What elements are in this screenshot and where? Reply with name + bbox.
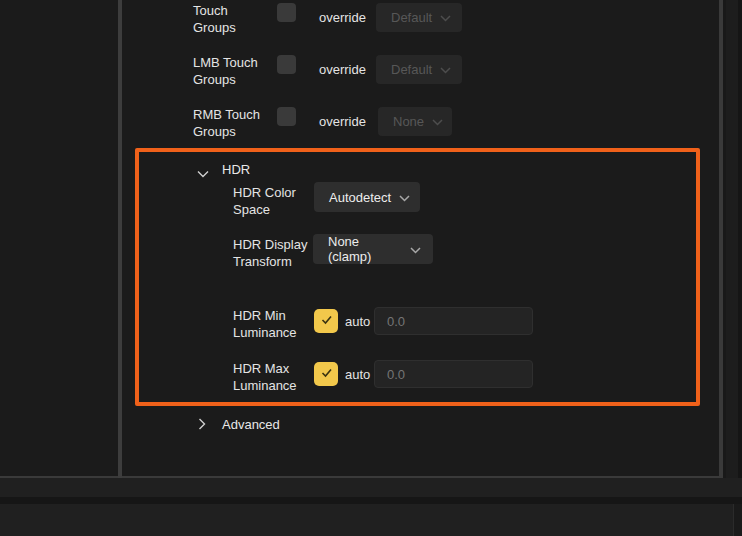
- lower-band-divider: [0, 497, 742, 504]
- touch-groups-dropdown-value: Default: [391, 10, 432, 25]
- override-label: override: [319, 62, 366, 77]
- hdr-color-space-value: Autodetect: [329, 190, 391, 205]
- hdr-min-luminance-label: HDR Min Luminance: [233, 307, 309, 341]
- override-label: override: [319, 114, 366, 129]
- right-gutter-edge: [738, 0, 742, 478]
- rmb-touch-groups-override-checkbox[interactable]: [277, 107, 296, 126]
- rmb-touch-groups-dropdown[interactable]: None: [378, 107, 452, 136]
- lower-band: [0, 478, 742, 497]
- chevron-down-icon: [410, 242, 421, 257]
- lmb-touch-groups-dropdown-value: Default: [391, 62, 432, 77]
- chevron-down-icon: [440, 62, 451, 77]
- bottom-bar-gutter: [734, 504, 742, 536]
- hdr-max-luminance-input[interactable]: [374, 360, 533, 388]
- hdr-min-luminance-auto-checkbox[interactable]: [314, 309, 338, 333]
- lmb-touch-groups-label: LMB Touch Groups: [193, 54, 273, 88]
- touch-groups-label: Touch Groups: [193, 2, 273, 36]
- advanced-section-title[interactable]: Advanced: [222, 417, 280, 432]
- checkmark-icon: [320, 313, 333, 329]
- chevron-down-icon: [432, 114, 443, 129]
- touch-groups-dropdown[interactable]: Default: [376, 3, 462, 32]
- chevron-down-icon: [399, 190, 410, 205]
- chevron-down-icon: [440, 10, 451, 25]
- left-sidebar-panel: [0, 0, 118, 478]
- settings-content-panel: Touch Groups override Default LMB Touch …: [122, 0, 723, 478]
- hdr-section-collapse-icon[interactable]: [197, 166, 209, 181]
- rmb-touch-groups-label: RMB Touch Groups: [193, 106, 273, 140]
- hdr-display-transform-label: HDR Display Transform: [233, 236, 309, 270]
- hdr-color-space-label: HDR Color Space: [233, 184, 309, 218]
- hdr-min-luminance-input[interactable]: [374, 307, 533, 335]
- override-label: override: [319, 10, 366, 25]
- hdr-section-title[interactable]: HDR: [222, 162, 250, 177]
- advanced-section-expand-icon[interactable]: [198, 418, 206, 433]
- lmb-touch-groups-override-checkbox[interactable]: [277, 55, 296, 74]
- lmb-touch-groups-dropdown[interactable]: Default: [376, 55, 462, 84]
- hdr-display-transform-dropdown[interactable]: None (clamp): [313, 234, 433, 264]
- hdr-max-luminance-label: HDR Max Luminance: [233, 360, 309, 394]
- auto-label: auto: [345, 367, 370, 382]
- touch-groups-override-checkbox[interactable]: [277, 3, 296, 22]
- hdr-display-transform-value: None (clamp): [328, 234, 402, 264]
- checkmark-icon: [320, 366, 333, 382]
- rmb-touch-groups-dropdown-value: None: [393, 114, 424, 129]
- auto-label: auto: [345, 314, 370, 329]
- hdr-max-luminance-auto-checkbox[interactable]: [314, 362, 338, 386]
- hdr-color-space-dropdown[interactable]: Autodetect: [314, 182, 420, 212]
- bottom-bar: [0, 504, 734, 536]
